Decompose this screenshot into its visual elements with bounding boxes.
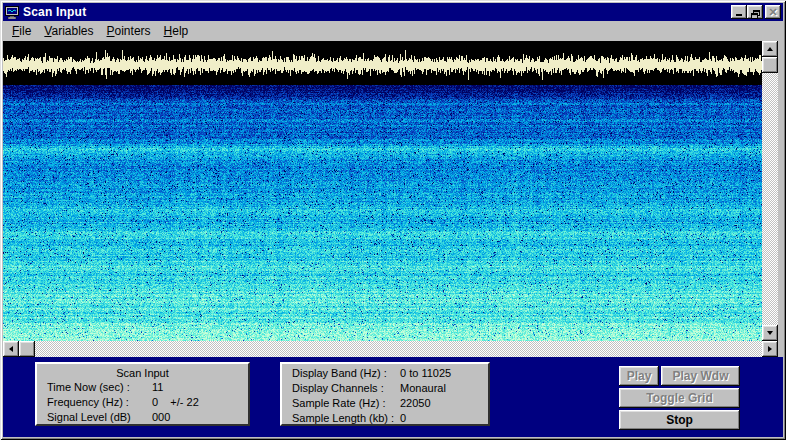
display-settings-label-3: Sample Length (kb) :: [292, 411, 400, 426]
close-icon: ✕: [765, 5, 781, 19]
restore-button[interactable]: [747, 5, 763, 19]
window-controls: ✕: [731, 5, 781, 19]
menu-item-file[interactable]: File: [12, 24, 31, 38]
display-settings-row: Sample Length (kb) :0: [292, 411, 488, 426]
close-button[interactable]: ✕: [765, 5, 781, 19]
scan-status-value-1: 0 +/- 22: [152, 395, 199, 410]
scan-status-value-0: 11: [152, 380, 163, 395]
app-monitor-icon: [5, 6, 19, 19]
scan-status-label-1: Frequency (Hz) :: [47, 395, 152, 410]
toggle-grid-button[interactable]: Toggle Grid: [619, 388, 740, 408]
scroll-down-button[interactable]: [762, 325, 778, 341]
horizontal-scrollbar[interactable]: [3, 341, 778, 357]
status-panel: Scan Input Time Now (sec) :11Frequency (…: [3, 357, 783, 437]
arrow-left-icon: [9, 346, 13, 352]
scan-input-window: Scan Input ✕ FileVaria: [0, 0, 786, 440]
play-window-button[interactable]: Play Wdw: [661, 366, 740, 386]
display-settings-row: Display Band (Hz) :0 to 11025: [292, 366, 488, 381]
display-settings-value-1: Monaural: [400, 381, 446, 396]
display-settings-label-2: Sample Rate (Hz) :: [292, 396, 400, 411]
scroll-right-button[interactable]: [762, 341, 778, 357]
scan-status-title: Scan Input: [47, 366, 248, 380]
arrow-down-icon: [767, 331, 773, 335]
menu-item-pointers[interactable]: Pointers: [107, 24, 151, 38]
minimize-icon: [736, 14, 742, 16]
display-settings-label-1: Display Channels :: [292, 381, 400, 396]
display-settings-row: Display Channels :Monaural: [292, 381, 488, 396]
restore-icon: [751, 10, 760, 19]
horizontal-scroll-track[interactable]: [35, 341, 762, 357]
scan-status-box: Scan Input Time Now (sec) :11Frequency (…: [35, 362, 250, 426]
scan-status-rows: Time Now (sec) :11Frequency (Hz) :0 +/- …: [47, 380, 248, 425]
menu-bar: FileVariablesPointersHelp: [3, 21, 783, 41]
arrow-right-icon: [768, 346, 772, 352]
menu-item-variables[interactable]: Variables: [44, 24, 93, 38]
stop-button[interactable]: Stop: [619, 410, 740, 430]
transport-buttons: Play Play Wdw Toggle Grid Stop: [619, 366, 740, 432]
scan-status-row: Frequency (Hz) :0 +/- 22: [47, 395, 248, 410]
scroll-up-button[interactable]: [762, 41, 778, 57]
scan-status-row: Signal Level (dB)000: [47, 410, 248, 425]
display-settings-value-0: 0 to 11025: [400, 366, 451, 381]
scan-status-row: Time Now (sec) :11: [47, 380, 248, 395]
display-settings-value-2: 22050: [400, 396, 431, 411]
scan-status-value-2: 000: [152, 410, 170, 425]
scan-input-app: Scan Input ✕ FileVaria: [0, 0, 786, 440]
window-title: Scan Input: [23, 5, 86, 19]
horizontal-scroll-thumb[interactable]: [19, 341, 35, 357]
vertical-scrollbar[interactable]: [762, 41, 778, 341]
vertical-scroll-thumb[interactable]: [762, 57, 778, 73]
title-bar[interactable]: Scan Input ✕: [3, 3, 783, 21]
play-button[interactable]: Play: [619, 366, 659, 386]
scroll-left-button[interactable]: [3, 341, 19, 357]
display-settings-row: Sample Rate (Hz) :22050: [292, 396, 488, 411]
spectrogram-display[interactable]: [3, 85, 762, 341]
signal-display: [3, 41, 762, 341]
menu-item-help[interactable]: Help: [164, 24, 189, 38]
minimize-button[interactable]: [731, 5, 747, 19]
vertical-scroll-track[interactable]: [762, 73, 778, 325]
display-settings-label-0: Display Band (Hz) :: [292, 366, 400, 381]
display-settings-value-3: 0: [400, 411, 406, 426]
waveform-display[interactable]: [3, 41, 762, 85]
display-settings-box: Display Band (Hz) :0 to 11025Display Cha…: [280, 362, 490, 426]
arrow-up-icon: [767, 47, 773, 51]
scan-status-label-0: Time Now (sec) :: [47, 380, 152, 395]
scan-status-label-2: Signal Level (dB): [47, 410, 152, 425]
display-settings-rows: Display Band (Hz) :0 to 11025Display Cha…: [292, 366, 488, 426]
